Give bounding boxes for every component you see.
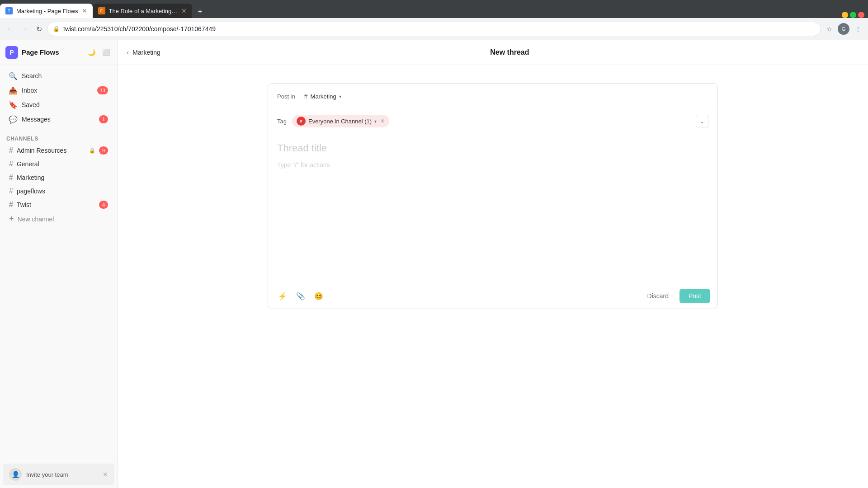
- tag-chip-text: Everyone in Channel (1): [308, 118, 372, 125]
- tag-remove-button[interactable]: ✕: [380, 118, 385, 124]
- post-in-channel-name: Marketing: [311, 93, 336, 100]
- compose-area: Post in # Marketing ▾ Tag # Everyone in …: [118, 65, 868, 488]
- workspace-icon: P: [5, 46, 18, 59]
- lightning-button[interactable]: ⚡: [275, 289, 290, 303]
- channel-item-admin[interactable]: # Admin Resources 🔒 9: [3, 144, 114, 157]
- post-in-label: Post in: [277, 93, 295, 100]
- messages-icon: 💬: [9, 115, 17, 123]
- inbox-icon: 📥: [9, 86, 17, 94]
- thread-body-input[interactable]: Type "/" for actions: [277, 161, 708, 274]
- thread-footer: ⚡ 📎 😊 Discard Post: [268, 283, 717, 309]
- messages-badge: 1: [99, 115, 108, 123]
- main-content: ‹ Marketing New thread Post in # Marketi…: [118, 40, 868, 488]
- address-url: twist.com/a/225310/ch/702200/compose/-17…: [63, 25, 815, 33]
- channel-admin-name: Admin Resources: [17, 147, 85, 154]
- tab-2-title: The Role of a Marketing Depart: [109, 8, 178, 14]
- channel-item-pageflows[interactable]: # pageflows: [3, 184, 114, 198]
- channel-item-marketing[interactable]: # Marketing: [3, 171, 114, 184]
- sidebar-nav: 🔍 Search 📥 Inbox 13 🔖 Saved 💬 Messages 1: [0, 65, 117, 130]
- sidebar-item-messages[interactable]: 💬 Messages 1: [3, 112, 114, 127]
- tab-2[interactable]: F The Role of a Marketing Depart ✕: [93, 4, 192, 18]
- new-channel-button[interactable]: + New channel: [3, 211, 114, 226]
- channel-general-name: General: [17, 160, 108, 168]
- channel-twist-name: Twist: [17, 201, 95, 208]
- post-button[interactable]: Post: [679, 289, 710, 303]
- channel-pageflows-name: pageflows: [17, 188, 108, 195]
- new-channel-label: New channel: [18, 216, 54, 223]
- layout-button[interactable]: ⬜: [100, 47, 112, 58]
- tab-1-close[interactable]: ✕: [82, 7, 87, 14]
- thread-header: Post in # Marketing ▾: [268, 84, 717, 109]
- thread-title-input[interactable]: Thread title: [277, 142, 708, 154]
- channel-hash-icon: #: [9, 201, 13, 209]
- thread-tag-row: Tag # Everyone in Channel (1) ▾ ✕ ⌄: [268, 109, 717, 133]
- discard-button[interactable]: Discard: [640, 289, 676, 303]
- sidebar-header: P Page Flows 🌙 ⬜: [0, 40, 117, 65]
- minimize-button[interactable]: −: [842, 12, 848, 18]
- search-label: Search: [22, 72, 108, 80]
- browser-chrome: T Marketing - Page Flows ✕ F The Role of…: [0, 0, 868, 40]
- sidebar-item-inbox[interactable]: 📥 Inbox 13: [3, 83, 114, 98]
- new-channel-plus-icon: +: [9, 214, 14, 224]
- channel-item-general[interactable]: # General: [3, 157, 114, 171]
- channel-item-twist[interactable]: # Twist 4: [3, 198, 114, 211]
- page-title: New thread: [160, 48, 859, 56]
- channel-hash-icon: #: [9, 187, 13, 195]
- breadcrumb-marketing[interactable]: Marketing: [132, 49, 160, 56]
- window-controls: − + ✕: [842, 10, 868, 18]
- attachment-button[interactable]: 📎: [293, 289, 308, 303]
- tag-label: Tag: [277, 118, 287, 125]
- channel-hash-icon: #: [9, 146, 13, 155]
- post-in-channel-selector[interactable]: # Marketing ▾: [301, 91, 345, 102]
- tab-2-close[interactable]: ✕: [181, 7, 187, 14]
- dark-mode-button[interactable]: 🌙: [85, 47, 97, 58]
- reload-button[interactable]: ↻: [33, 23, 45, 35]
- sidebar: P Page Flows 🌙 ⬜ 🔍 Search 📥 Inbox 13 🔖 S…: [0, 40, 118, 488]
- channel-twist-badge: 4: [99, 201, 108, 209]
- back-button[interactable]: ←: [4, 23, 16, 35]
- saved-label: Saved: [22, 101, 108, 108]
- thread-card: Post in # Marketing ▾ Tag # Everyone in …: [268, 83, 718, 309]
- sidebar-item-saved[interactable]: 🔖 Saved: [3, 98, 114, 112]
- breadcrumb: ‹ Marketing: [127, 48, 160, 56]
- new-tab-button[interactable]: +: [194, 5, 207, 18]
- maximize-button[interactable]: +: [850, 12, 856, 18]
- forward-button[interactable]: →: [18, 23, 31, 35]
- close-button[interactable]: ✕: [858, 12, 864, 18]
- emoji-button[interactable]: 😊: [311, 289, 326, 303]
- channel-hash-icon: #: [9, 174, 13, 182]
- tab-1-favicon: T: [5, 7, 13, 14]
- tab-bar: T Marketing - Page Flows ✕ F The Role of…: [0, 0, 868, 18]
- tab-1-title: Marketing - Page Flows: [16, 8, 78, 14]
- tag-expand-button[interactable]: ⌄: [696, 115, 708, 127]
- channel-lock-icon: 🔒: [89, 148, 95, 154]
- channel-admin-badge: 9: [99, 146, 108, 155]
- bookmark-button[interactable]: ☆: [823, 23, 835, 35]
- address-bar[interactable]: 🔒 twist.com/a/225310/ch/702200/compose/-…: [47, 22, 821, 36]
- workspace-name: Page Flows: [22, 48, 82, 56]
- invite-close-icon[interactable]: ✕: [103, 471, 108, 478]
- channel-marketing-name: Marketing: [17, 174, 108, 181]
- search-icon: 🔍: [9, 72, 17, 80]
- messages-label: Messages: [22, 116, 94, 123]
- invite-team-section[interactable]: 👤 Invite your team ✕: [3, 464, 114, 485]
- app-layout: P Page Flows 🌙 ⬜ 🔍 Search 📥 Inbox 13 🔖 S…: [0, 40, 868, 488]
- top-bar: ‹ Marketing New thread: [118, 40, 868, 65]
- toolbar-actions: ☆ G ⋮: [823, 23, 864, 35]
- tab-1[interactable]: T Marketing - Page Flows ✕: [0, 4, 93, 18]
- sidebar-item-search[interactable]: 🔍 Search: [3, 69, 114, 83]
- thread-body: Thread title Type "/" for actions: [268, 133, 717, 283]
- profile-button[interactable]: G: [837, 23, 850, 35]
- extensions-button[interactable]: ⋮: [852, 23, 864, 35]
- tab-2-favicon: F: [98, 7, 105, 14]
- channels-section-header: Channels: [0, 130, 117, 144]
- breadcrumb-back-button[interactable]: ‹: [127, 48, 129, 56]
- tag-chip[interactable]: # Everyone in Channel (1) ▾ ✕: [292, 115, 389, 127]
- tag-avatar: #: [297, 117, 306, 126]
- invite-team-label: Invite your team: [26, 471, 98, 478]
- tag-chevron-icon: ▾: [374, 119, 377, 124]
- channel-chevron-icon: ▾: [339, 94, 341, 99]
- inbox-badge: 13: [97, 86, 108, 94]
- browser-toolbar: ← → ↻ 🔒 twist.com/a/225310/ch/702200/com…: [0, 18, 868, 40]
- channel-hash-icon: #: [9, 160, 13, 168]
